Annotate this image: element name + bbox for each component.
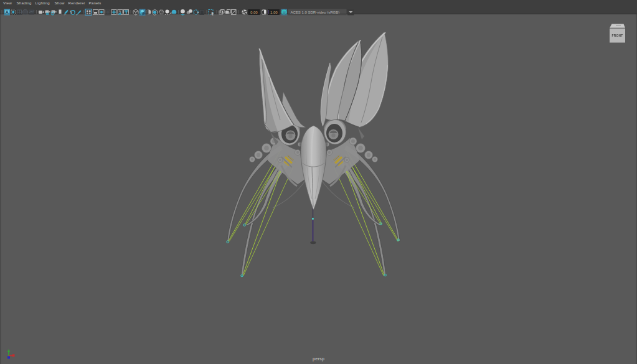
svg-text:FRONT: FRONT: [611, 34, 623, 37]
